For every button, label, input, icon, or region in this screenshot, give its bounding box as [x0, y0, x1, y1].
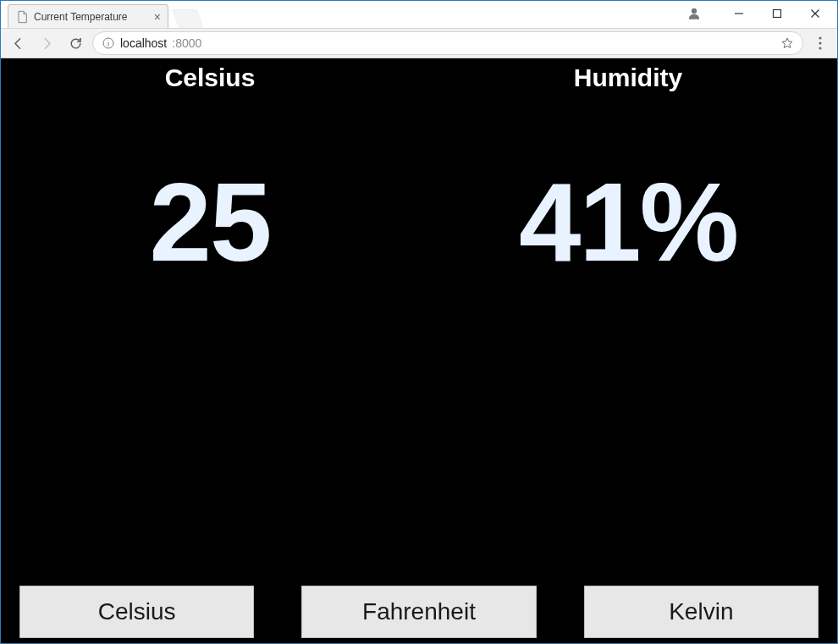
svg-point-0: [692, 8, 697, 14]
kelvin-button[interactable]: Kelvin: [584, 586, 819, 638]
close-tab-icon[interactable]: ×: [154, 10, 161, 24]
svg-rect-2: [773, 10, 780, 18]
reload-button[interactable]: [63, 31, 87, 55]
forward-button[interactable]: [35, 31, 58, 55]
temperature-value: 25: [1, 167, 419, 278]
svg-point-8: [819, 36, 821, 39]
humidity-reading: Humidity 41%: [419, 58, 837, 278]
file-icon: [15, 10, 29, 24]
window-maximize-button[interactable]: [758, 2, 796, 25]
humidity-label: Humidity: [419, 63, 837, 92]
back-button[interactable]: [6, 31, 30, 55]
new-tab-button[interactable]: [172, 9, 204, 28]
browser-tab[interactable]: Current Temperature ×: [8, 4, 168, 28]
browser-menu-button[interactable]: [808, 31, 832, 55]
url-port: :8000: [172, 36, 201, 50]
tab-title: Current Temperature: [34, 11, 149, 23]
svg-point-10: [819, 47, 821, 49]
browser-toolbar: localhost:8000: [1, 28, 837, 58]
url-host: localhost: [120, 36, 167, 50]
address-bar[interactable]: localhost:8000: [92, 31, 803, 55]
svg-point-9: [819, 41, 821, 44]
account-icon[interactable]: [677, 2, 711, 25]
temperature-label: Celsius: [1, 63, 419, 92]
temperature-reading: Celsius 25: [1, 58, 419, 278]
readings-row: Celsius 25 Humidity 41%: [1, 58, 837, 278]
window-close-button[interactable]: [796, 2, 834, 25]
celsius-button[interactable]: Celsius: [19, 586, 254, 638]
bookmark-star-icon[interactable]: [780, 36, 794, 50]
site-info-icon[interactable]: [102, 36, 115, 50]
tab-strip: Current Temperature ×: [1, 3, 837, 28]
fahrenheit-button[interactable]: Fahrenheit: [301, 586, 536, 638]
svg-point-7: [108, 41, 109, 41]
page-viewport: Celsius 25 Humidity 41% Celsius Fahrenhe…: [1, 58, 837, 644]
humidity-value: 41%: [419, 167, 837, 278]
unit-button-bar: Celsius Fahrenheit Kelvin: [1, 586, 837, 638]
window-minimize-button[interactable]: [719, 2, 758, 25]
